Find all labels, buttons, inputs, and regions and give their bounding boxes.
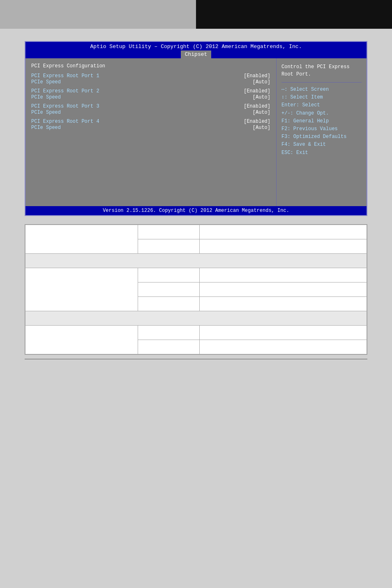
table-cell bbox=[138, 283, 200, 297]
table-cell bbox=[138, 297, 200, 311]
bios-item-value-port1: [Enabled] bbox=[244, 73, 270, 79]
table-cell bbox=[138, 268, 200, 283]
bios-help-text: Control the PCI Express Root Port. bbox=[281, 63, 362, 78]
bios-section-title: PCI Express Configuration bbox=[31, 63, 270, 69]
keybind-f2: F2: Previous Values bbox=[281, 125, 362, 133]
bios-item-group-port2: PCI Express Root Port 2 [Enabled] PCIe S… bbox=[31, 88, 270, 100]
table-row bbox=[25, 326, 367, 340]
table-row bbox=[25, 225, 367, 239]
top-header-right bbox=[196, 0, 392, 29]
keybind-select-screen: ↔: Select Screen bbox=[281, 86, 362, 94]
keybind-change-opt: +/-: Change Opt. bbox=[281, 110, 362, 117]
table-cell bbox=[199, 340, 367, 354]
bios-title-bar: Aptio Setup Utility – Copyright (C) 2012… bbox=[25, 42, 367, 58]
table-cell bbox=[199, 268, 367, 283]
table-cell bbox=[138, 340, 200, 354]
bios-keybind-list: ↔: Select Screen ↕: Select Item Enter: S… bbox=[281, 86, 362, 157]
bios-left-panel: PCI Express Configuration PCI Express Ro… bbox=[25, 58, 276, 206]
bios-item-row-port3-speed[interactable]: PCIe Speed [Auto] bbox=[31, 110, 270, 115]
bios-item-label-port3-speed: PCIe Speed bbox=[31, 110, 61, 115]
bios-item-row-port2[interactable]: PCI Express Root Port 2 [Enabled] bbox=[31, 88, 270, 94]
bios-item-group-port1: PCI Express Root Port 1 [Enabled] PCIe S… bbox=[31, 73, 270, 85]
bios-item-label-port4-speed: PCIe Speed bbox=[31, 125, 61, 131]
bios-item-row-port2-speed[interactable]: PCIe Speed [Auto] bbox=[31, 94, 270, 100]
bios-item-value-port4: [Enabled] bbox=[244, 119, 270, 124]
keybind-enter: Enter: Select bbox=[281, 101, 362, 109]
bios-footer-bar: Version 2.15.1226. Copyright (C) 2012 Am… bbox=[25, 206, 367, 215]
keybind-f3: F3: Optimized Defaults bbox=[281, 133, 362, 141]
table-cell bbox=[25, 326, 138, 354]
bios-item-label-port2-speed: PCIe Speed bbox=[31, 94, 61, 100]
table-cell bbox=[199, 239, 367, 254]
bios-item-group-port4: PCI Express Root Port 4 [Enabled] PCIe S… bbox=[31, 119, 270, 131]
bios-help-divider bbox=[281, 82, 362, 83]
bios-item-value-port3: [Enabled] bbox=[244, 103, 270, 109]
table-header-cell bbox=[25, 311, 367, 326]
bottom-rule bbox=[25, 359, 367, 359]
bios-item-value-port2-speed: [Auto] bbox=[253, 94, 270, 100]
bios-content: PCI Express Configuration PCI Express Ro… bbox=[25, 58, 367, 206]
bios-item-group-port3: PCI Express Root Port 3 [Enabled] PCIe S… bbox=[31, 103, 270, 115]
bios-item-label-port3: PCI Express Root Port 3 bbox=[31, 103, 99, 109]
bios-item-label-port1-speed: PCIe Speed bbox=[31, 79, 61, 85]
keybind-f4: F4: Save & Exit bbox=[281, 141, 362, 149]
table-cell bbox=[25, 268, 138, 311]
table-section bbox=[25, 224, 367, 355]
table-cell bbox=[199, 297, 367, 311]
bios-item-row-port1[interactable]: PCI Express Root Port 1 [Enabled] bbox=[31, 73, 270, 79]
bios-item-label-port1: PCI Express Root Port 1 bbox=[31, 73, 99, 79]
table-cell bbox=[199, 326, 367, 340]
keybind-f1: F1: General Help bbox=[281, 117, 362, 125]
table-cell bbox=[138, 225, 200, 239]
table-header-cell bbox=[25, 254, 367, 268]
table-group-header-2 bbox=[25, 311, 367, 326]
bios-item-value-port4-speed: [Auto] bbox=[253, 125, 270, 131]
bios-item-row-port4-speed[interactable]: PCIe Speed [Auto] bbox=[31, 125, 270, 131]
bios-item-value-port1-speed: [Auto] bbox=[253, 79, 270, 85]
table-cell bbox=[199, 225, 367, 239]
table-row bbox=[25, 268, 367, 283]
bios-title: Aptio Setup Utility – Copyright (C) 2012… bbox=[25, 44, 367, 50]
bios-item-value-port3-speed: [Auto] bbox=[253, 110, 270, 115]
bios-item-label-port4: PCI Express Root Port 4 bbox=[31, 119, 99, 124]
bios-item-row-port3[interactable]: PCI Express Root Port 3 [Enabled] bbox=[31, 103, 270, 109]
bios-tab-row: Chipset bbox=[25, 51, 367, 58]
table-cell bbox=[138, 239, 200, 254]
table-cell bbox=[138, 326, 200, 340]
bios-container: Aptio Setup Utility – Copyright (C) 2012… bbox=[25, 41, 367, 216]
top-header bbox=[0, 0, 392, 29]
table-cell bbox=[199, 283, 367, 297]
bios-item-row-port1-speed[interactable]: PCIe Speed [Auto] bbox=[31, 79, 270, 85]
keybind-select-item: ↕: Select Item bbox=[281, 94, 362, 101]
bios-tab-chipset[interactable]: Chipset bbox=[181, 51, 212, 58]
top-header-left bbox=[0, 0, 196, 29]
bios-item-label-port2: PCI Express Root Port 2 bbox=[31, 88, 99, 94]
keybind-esc: ESC: Exit bbox=[281, 149, 362, 157]
content-table bbox=[25, 225, 367, 354]
bios-item-row-port4[interactable]: PCI Express Root Port 4 [Enabled] bbox=[31, 119, 270, 124]
table-cell bbox=[25, 225, 138, 254]
bios-footer-text: Version 2.15.1226. Copyright (C) 2012 Am… bbox=[103, 208, 289, 214]
bios-item-value-port2: [Enabled] bbox=[244, 88, 270, 94]
bios-right-panel: Control the PCI Express Root Port. ↔: Se… bbox=[276, 58, 367, 206]
table-group-header bbox=[25, 254, 367, 268]
